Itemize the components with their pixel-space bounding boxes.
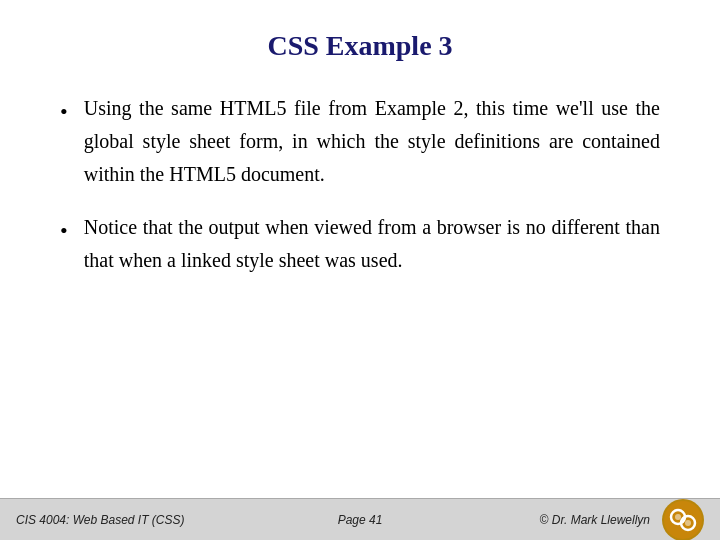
logo-icon [664,501,702,539]
bullet-text-2: Notice that the output when viewed from … [84,211,660,277]
footer-course-label: CIS 4004: Web Based IT (CSS) [16,513,185,527]
bullet-text-1: Using the same HTML5 file from Example 2… [84,92,660,191]
slide-content: CSS Example 3 • Using the same HTML5 fil… [0,0,720,498]
svg-point-3 [675,514,681,520]
slide-title: CSS Example 3 [60,30,660,62]
footer-logo [662,499,704,541]
slide: CSS Example 3 • Using the same HTML5 fil… [0,0,720,540]
svg-point-4 [685,520,691,526]
bullet-dot-1: • [60,94,68,129]
bullet-item-1: • Using the same HTML5 file from Example… [60,92,660,191]
footer-copyright: © Dr. Mark Llewellyn [540,513,650,527]
bullet-list: • Using the same HTML5 file from Example… [60,92,660,277]
footer-page-number: Page 41 [338,513,383,527]
bullet-item-2: • Notice that the output when viewed fro… [60,211,660,277]
bullet-dot-2: • [60,213,68,248]
slide-footer: CIS 4004: Web Based IT (CSS) Page 41 © D… [0,498,720,540]
